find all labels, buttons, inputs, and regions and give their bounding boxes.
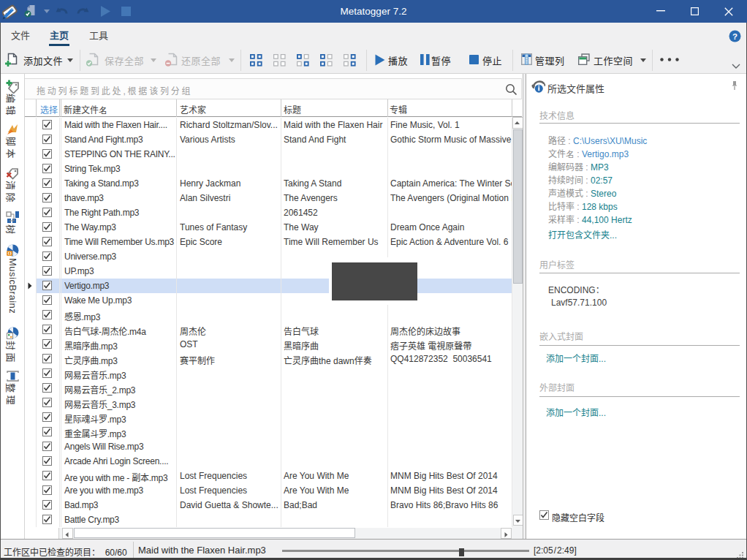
svg-text:?: ? — [732, 32, 737, 41]
